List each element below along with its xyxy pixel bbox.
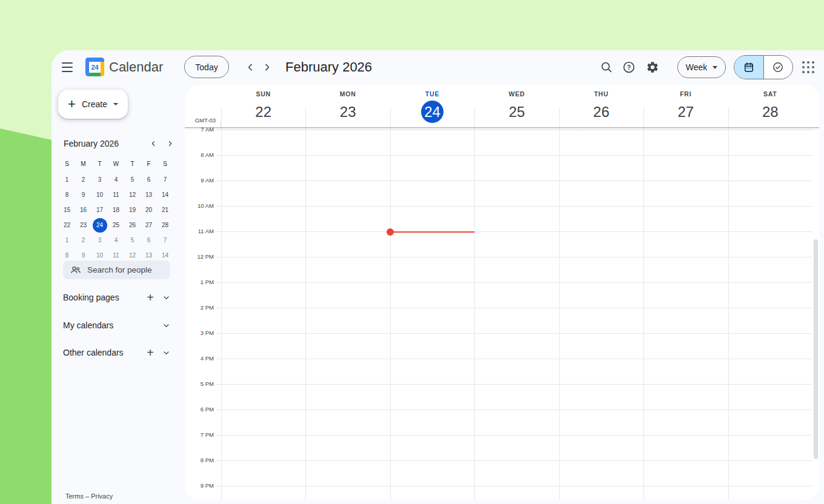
time-gutter-header: GMT-03 (185, 85, 221, 127)
day-header-fri[interactable]: FRI27 (643, 85, 728, 127)
chevron-down-icon[interactable] (162, 321, 171, 330)
hour-label: 1 PM (185, 279, 214, 286)
mini-calendar-day[interactable]: 5 (124, 233, 141, 248)
sidebar-section-other-calendars[interactable]: Other calendars + (63, 345, 171, 360)
hour-label: 4 PM (185, 355, 214, 362)
mini-calendar-day[interactable]: 26 (124, 217, 141, 233)
week-grid[interactable]: 7 AM8 AM9 AM10 AM11 AM12 PM1 PM2 PM3 PM4… (185, 128, 819, 500)
mini-calendar-day[interactable]: 12 (124, 187, 141, 202)
day-number[interactable]: 24 (421, 101, 444, 123)
mini-calendar-day[interactable]: 21 (157, 202, 173, 217)
mini-calendar-weekday: S (59, 158, 75, 170)
mini-calendar-day[interactable]: 1 (59, 233, 75, 248)
logo-day-number: 24 (89, 62, 101, 73)
mini-calendar-day[interactable]: 7 (157, 233, 173, 248)
mini-calendar-day[interactable]: 9 (75, 187, 91, 202)
help-button[interactable]: ? (622, 60, 636, 75)
mini-calendar-title: February 2026 (58, 139, 147, 148)
search-button[interactable] (599, 60, 614, 75)
mini-calendar-day[interactable]: 2 (75, 233, 91, 248)
mini-calendar-day[interactable]: 1 (59, 172, 75, 187)
day-number[interactable]: 28 (762, 104, 779, 121)
view-selector-label: Week (686, 62, 708, 72)
create-button[interactable]: + Create (58, 90, 128, 119)
settings-button[interactable] (645, 60, 660, 75)
calendar-view-toggle[interactable] (734, 56, 763, 79)
people-icon (70, 265, 81, 276)
day-header-wed[interactable]: WED25 (474, 85, 559, 127)
mini-calendar-day[interactable]: 28 (157, 217, 173, 233)
mini-calendar-day[interactable]: 4 (108, 172, 124, 187)
mini-calendar-day[interactable]: 16 (75, 202, 91, 217)
mini-calendar-selected-day[interactable]: 24 (91, 217, 108, 233)
current-time-dot (387, 228, 394, 236)
calendar-logo-icon[interactable]: 24 (85, 58, 104, 76)
search-icon (600, 61, 613, 74)
mini-calendar-day[interactable]: 6 (141, 172, 157, 187)
mini-calendar-day[interactable]: 10 (91, 187, 108, 202)
day-name: WED (474, 90, 559, 98)
section-label: Booking pages (63, 293, 147, 302)
mini-calendar-next-button[interactable] (164, 137, 177, 150)
mini-calendar-day[interactable]: 25 (108, 217, 124, 233)
day-header-mon[interactable]: MON23 (305, 85, 390, 127)
day-number[interactable]: 26 (593, 104, 610, 121)
search-for-people-input[interactable]: Search for people (63, 260, 170, 279)
view-selector-dropdown[interactable]: Week (677, 56, 726, 78)
mini-calendar-weekday: T (124, 158, 141, 170)
mini-calendar-day[interactable]: 2 (75, 172, 91, 187)
next-period-button[interactable] (260, 60, 274, 75)
day-name: SAT (728, 90, 812, 98)
day-number[interactable]: 27 (677, 104, 694, 121)
day-header-sat[interactable]: SAT28 (728, 85, 812, 127)
mini-calendar-day[interactable]: 18 (108, 202, 124, 217)
chevron-down-icon[interactable] (162, 348, 171, 357)
mini-calendar-day[interactable]: 3 (91, 233, 108, 248)
add-icon[interactable]: + (147, 347, 154, 358)
mini-calendar-prev-button[interactable] (147, 137, 160, 150)
sidebar-section-booking-pages[interactable]: Booking pages + (63, 290, 171, 305)
hour-label: 7 PM (185, 431, 214, 439)
create-button-label: Create (82, 99, 107, 109)
main-menu-button[interactable] (60, 60, 75, 75)
day-header-sun[interactable]: SUN22 (221, 85, 305, 127)
mini-calendar-day[interactable]: 20 (141, 202, 157, 217)
terms-privacy-link[interactable]: Terms – Privacy (65, 492, 113, 500)
week-grid-scroll-area[interactable]: 7 AM8 AM9 AM10 AM11 AM12 PM1 PM2 PM3 PM4… (185, 128, 819, 500)
previous-period-button[interactable] (243, 60, 258, 75)
day-name: TUE (390, 90, 474, 98)
day-number[interactable]: 25 (509, 104, 525, 121)
mini-calendar-day[interactable]: 13 (141, 187, 157, 202)
app-name: Calendar (109, 50, 163, 84)
mini-calendar-day[interactable]: 27 (141, 217, 157, 233)
day-number[interactable]: 22 (255, 104, 271, 121)
sidebar-section-my-calendars[interactable]: My calendars (63, 318, 171, 333)
add-icon[interactable]: + (147, 292, 154, 303)
day-name: SUN (221, 90, 305, 98)
google-apps-button[interactable] (802, 61, 815, 74)
day-number[interactable]: 23 (340, 104, 356, 121)
day-header-tue[interactable]: TUE24 (390, 85, 474, 127)
mini-calendar-day[interactable]: 22 (59, 217, 75, 233)
people-search-placeholder: Search for people (87, 265, 152, 274)
mini-calendar-day[interactable]: 15 (59, 202, 75, 217)
mini-calendar-day[interactable]: 6 (141, 233, 157, 248)
hour-label: 8 PM (185, 457, 214, 464)
mini-calendar-day[interactable]: 5 (124, 172, 141, 187)
vertical-scrollbar[interactable] (814, 239, 818, 459)
mini-calendar-day[interactable]: 19 (124, 202, 141, 217)
mini-calendar-day[interactable]: 8 (59, 187, 75, 202)
tasks-view-toggle[interactable] (764, 56, 793, 79)
chevron-down-icon[interactable] (162, 293, 171, 302)
mini-calendar-day[interactable]: 17 (91, 202, 108, 217)
mini-calendar-day[interactable]: 3 (91, 172, 108, 187)
day-header-thu[interactable]: THU26 (559, 85, 643, 127)
mini-calendar-day[interactable]: 14 (157, 187, 173, 202)
mini-calendar-day[interactable]: 23 (75, 217, 91, 233)
today-button[interactable]: Today (184, 56, 229, 78)
hour-label: 9 AM (185, 177, 214, 184)
mini-calendar-day[interactable]: 4 (108, 233, 124, 248)
timezone-label: GMT-03 (195, 117, 216, 124)
mini-calendar-day[interactable]: 11 (108, 187, 124, 202)
mini-calendar-day[interactable]: 7 (157, 172, 173, 187)
